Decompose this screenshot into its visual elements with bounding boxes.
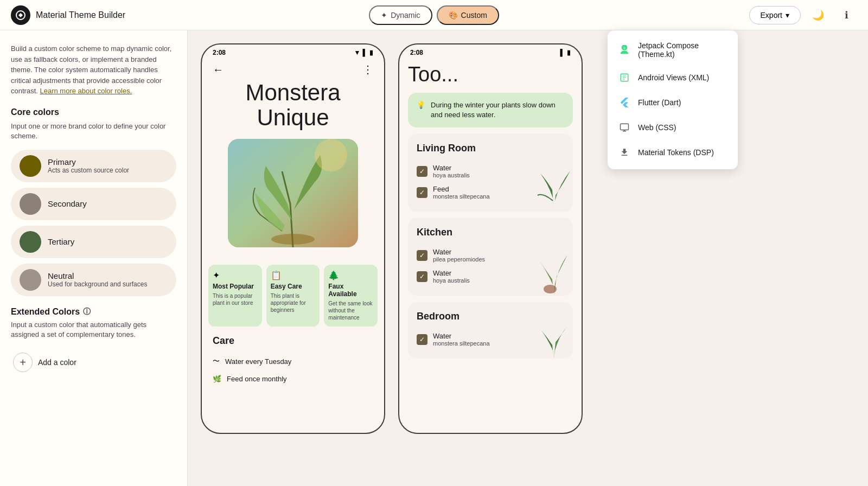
phone2-title: Too...	[399, 59, 582, 93]
phone-screen-2: 2:08 ▌ ▮ Too... 💡 During the winter your…	[399, 44, 582, 433]
feature-cards: ✦ Most Popular This is a popular plant i…	[202, 265, 384, 335]
sidebar: Build a custom color scheme to map dynam…	[0, 30, 188, 486]
room-bedroom: Bedroom ✓ Water monstera siltepecana	[408, 302, 573, 359]
feed-icon: 🌿	[213, 375, 221, 383]
secondary-color-info: Secondary	[48, 199, 87, 208]
plant-decoration-1	[535, 168, 573, 212]
dark-mode-icon: 🌙	[812, 9, 824, 21]
checkbox-lr-1[interactable]: ✓	[417, 166, 427, 177]
care-section: Care 〜 Water every Tuesday 🌿 Feed once m…	[202, 335, 384, 387]
extended-colors-title: Extended Colors ⓘ	[11, 307, 176, 317]
room-kitchen: Kitchen ✓ Water pilea peperomiodes ✓ Wat	[408, 218, 573, 296]
water-icon: 〜	[213, 356, 220, 366]
checkbox-b-1[interactable]: ✓	[417, 334, 427, 345]
sidebar-description: Build a custom color scheme to map dynam…	[11, 43, 176, 97]
lightbulb-icon: 💡	[417, 100, 425, 110]
android-icon	[618, 44, 630, 56]
header-logo: Material Theme Builder	[11, 5, 293, 25]
logo-icon	[11, 5, 30, 25]
dropdown-item-tokens[interactable]: Material Tokens (DSP)	[608, 140, 738, 165]
header-actions: Export ▾ 🌙 ℹ	[575, 4, 857, 26]
tertiary-color-circle	[20, 231, 41, 253]
plant-decoration-2	[535, 252, 573, 296]
phone-nav-1: ← ⋮	[202, 59, 384, 80]
checkbox-k-2[interactable]: ✓	[417, 271, 427, 282]
phone-mockup-1: 2:08 ▼ ▌ ▮ ← ⋮ Monstera Unique	[201, 43, 385, 434]
dark-mode-button[interactable]: 🌙	[807, 4, 829, 26]
feature-card-faux: 🌲 Faux Available Get the same look witho…	[324, 265, 378, 327]
svg-point-5	[315, 139, 347, 171]
plant-image	[228, 139, 358, 247]
info-button[interactable]: ℹ	[835, 4, 857, 26]
care-item-water: 〜 Water every Tuesday	[213, 352, 373, 370]
neutral-color-circle	[20, 269, 41, 291]
dropdown-item-web[interactable]: Web (CSS)	[608, 115, 738, 140]
phone-screen-1: 2:08 ▼ ▌ ▮ ← ⋮ Monstera Unique	[202, 44, 384, 433]
info-icon: ℹ	[845, 9, 848, 21]
content-area: 2:08 ▼ ▌ ▮ ← ⋮ Monstera Unique	[188, 30, 868, 486]
core-colors-subtitle: Input one or more brand color to define …	[11, 122, 176, 141]
secondary-color-circle	[20, 193, 41, 215]
core-colors-title: Core colors	[11, 107, 176, 117]
checkbox-lr-2[interactable]: ✓	[417, 187, 427, 198]
palette-icon: 🎨	[449, 11, 458, 20]
care-icon: 📋	[271, 270, 316, 280]
dynamic-icon: ✦	[381, 11, 387, 20]
faux-icon: 🌲	[328, 270, 373, 280]
android-views-icon	[618, 72, 630, 84]
battery-icon-2: ▮	[567, 49, 571, 56]
tertiary-color-swatch[interactable]: Tertiary	[11, 226, 176, 258]
popular-icon: ✦	[213, 270, 258, 280]
signal-icon: ▌	[362, 49, 367, 56]
status-bar-2: 2:08 ▌ ▮	[399, 44, 582, 59]
web-icon	[618, 122, 630, 133]
svg-point-6	[271, 234, 315, 245]
flutter-icon	[618, 97, 630, 108]
checkbox-k-1[interactable]: ✓	[417, 250, 427, 261]
more-button[interactable]: ⋮	[362, 63, 373, 76]
status-time-1: 2:08	[213, 49, 226, 56]
extended-colors-desc: Input a custom color that automatically …	[11, 320, 176, 340]
dropdown-item-flutter[interactable]: Flutter (Dart)	[608, 90, 738, 115]
tab-dynamic[interactable]: ✦ Dynamic	[369, 5, 432, 25]
tertiary-color-info: Tertiary	[48, 237, 74, 246]
chevron-down-icon: ▾	[786, 11, 789, 20]
phone2-content: 💡 During the winter your plants slow dow…	[399, 93, 582, 365]
dropdown-item-android[interactable]: Android Views (XML)	[608, 65, 738, 90]
tab-custom[interactable]: 🎨 Custom	[437, 5, 499, 25]
status-bar-1: 2:08 ▼ ▌ ▮	[202, 44, 384, 59]
dropdown-item-jetpack[interactable]: Jetpack Compose (Theme.kt)	[608, 35, 738, 65]
phone-mockup-2: 2:08 ▌ ▮ Too... 💡 During the winter your…	[398, 43, 583, 434]
primary-color-info: Primary Acts as custom source color	[48, 157, 129, 174]
back-button[interactable]: ←	[213, 63, 224, 76]
svg-rect-2	[621, 124, 629, 130]
status-icons-1: ▼ ▌ ▮	[354, 49, 373, 56]
feature-card-care: 📋 Easy Care This plant is appropriate fo…	[266, 265, 320, 327]
secondary-color-swatch[interactable]: Secondary	[11, 188, 176, 220]
learn-more-link[interactable]: Learn more about color roles.	[40, 87, 132, 95]
neutral-color-info: Neutral Used for background and surfaces	[48, 271, 147, 288]
primary-color-swatch[interactable]: Primary Acts as custom source color	[11, 150, 176, 182]
neutral-color-swatch[interactable]: Neutral Used for background and surfaces	[11, 264, 176, 296]
header-tabs: ✦ Dynamic 🎨 Custom	[293, 5, 575, 25]
room-living-room: Living Room ✓ Water hoya australis ✓ Fee	[408, 134, 573, 212]
feature-card-popular: ✦ Most Popular This is a popular plant i…	[208, 265, 262, 327]
app-title: Material Theme Builder	[36, 10, 125, 20]
export-button[interactable]: Export ▾	[749, 6, 801, 24]
header: Material Theme Builder ✦ Dynamic 🎨 Custo…	[0, 0, 868, 30]
add-icon: +	[13, 353, 33, 372]
main-layout: Build a custom color scheme to map dynam…	[0, 30, 868, 486]
wifi-icon-2: ▌	[560, 49, 565, 56]
primary-color-circle	[20, 155, 41, 177]
care-item-feed: 🌿 Feed once monthly	[213, 370, 373, 387]
wifi-icon: ▼	[354, 49, 361, 56]
download-icon	[618, 146, 630, 158]
plant-title: Monstera Unique	[202, 80, 384, 139]
status-icons-2: ▌ ▮	[560, 49, 571, 56]
add-color-button[interactable]: + Add a color	[11, 348, 176, 376]
status-time-2: 2:08	[410, 49, 423, 56]
info-card: 💡 During the winter your plants slow dow…	[408, 93, 573, 127]
export-dropdown: Jetpack Compose (Theme.kt) Android Views…	[608, 30, 738, 169]
battery-icon: ▮	[369, 49, 373, 56]
plant-decoration-3	[535, 326, 573, 359]
